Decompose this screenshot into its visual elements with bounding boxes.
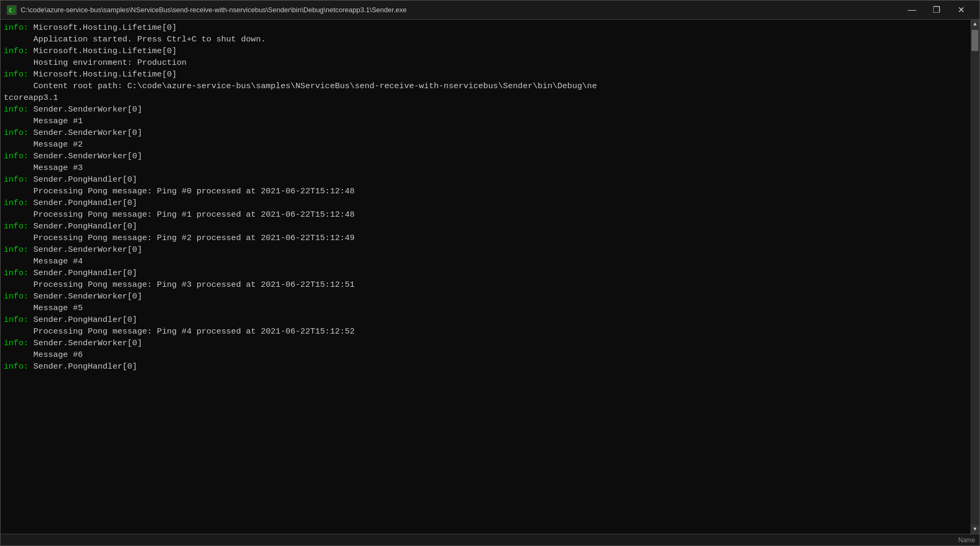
log-line: Processing Pong message: Ping #0 process… xyxy=(4,185,967,197)
title-bar: C C:\code\azure-service-bus\samples\NSer… xyxy=(1,1,979,20)
log-line: info: Sender.PongHandler[0] xyxy=(4,361,967,372)
log-line: Message #1 xyxy=(4,115,967,127)
log-line: info: Sender.SenderWorker[0] xyxy=(4,127,967,139)
log-line: info: Sender.SenderWorker[0] xyxy=(4,104,967,115)
log-line: Application started. Press Ctrl+C to shu… xyxy=(4,33,967,45)
svg-text:C: C xyxy=(9,8,12,13)
maximize-button[interactable]: ❐ xyxy=(924,1,949,20)
status-bar: Name xyxy=(1,534,979,545)
log-line: info: Microsoft.Hosting.Lifetime[0] xyxy=(4,45,967,57)
log-line: info: Microsoft.Hosting.Lifetime[0] xyxy=(4,22,967,33)
log-line: Processing Pong message: Ping #1 process… xyxy=(4,209,967,220)
console-output[interactable]: info: Microsoft.Hosting.Lifetime[0] Appl… xyxy=(1,20,970,534)
scrollbar[interactable]: ▲ ▼ xyxy=(970,20,979,534)
log-line: Message #4 xyxy=(4,255,967,267)
log-line: Hosting environment: Production xyxy=(4,57,967,69)
log-line: info: Sender.PongHandler[0] xyxy=(4,197,967,209)
log-line: Processing Pong message: Ping #3 process… xyxy=(4,279,967,291)
window-controls: — ❐ ✕ xyxy=(900,1,973,20)
log-line: Message #5 xyxy=(4,302,967,314)
close-button[interactable]: ✕ xyxy=(949,1,973,20)
console-window: C C:\code\azure-service-bus\samples\NSer… xyxy=(0,0,980,546)
log-line: tcoreapp3.1 xyxy=(4,92,967,104)
scrollbar-thumb[interactable] xyxy=(971,30,978,51)
log-line: info: Sender.SenderWorker[0] xyxy=(4,291,967,302)
minimize-button[interactable]: — xyxy=(900,1,924,20)
log-line: Message #3 xyxy=(4,162,967,174)
log-line: info: Sender.SenderWorker[0] xyxy=(4,337,967,349)
console-area: info: Microsoft.Hosting.Lifetime[0] Appl… xyxy=(1,20,979,534)
scroll-up-arrow[interactable]: ▲ xyxy=(970,20,979,29)
log-line: info: Sender.PongHandler[0] xyxy=(4,174,967,185)
log-line: info: Microsoft.Hosting.Lifetime[0] xyxy=(4,69,967,80)
log-line: Processing Pong message: Ping #2 process… xyxy=(4,232,967,244)
log-line: Message #6 xyxy=(4,349,967,361)
log-line: info: Sender.PongHandler[0] xyxy=(4,267,967,279)
log-line: Content root path: C:\code\azure-service… xyxy=(4,80,967,92)
log-line: info: Sender.SenderWorker[0] xyxy=(4,150,967,162)
log-line: Processing Pong message: Ping #4 process… xyxy=(4,326,967,337)
status-right: Name xyxy=(958,536,975,544)
scroll-down-arrow[interactable]: ▼ xyxy=(970,525,979,534)
app-icon: C xyxy=(7,5,16,15)
log-line: info: Sender.PongHandler[0] xyxy=(4,314,967,326)
log-line: info: Sender.SenderWorker[0] xyxy=(4,244,967,255)
window-title: C:\code\azure-service-bus\samples\NServi… xyxy=(21,6,900,14)
log-line: info: Sender.PongHandler[0] xyxy=(4,220,967,232)
log-line: Message #2 xyxy=(4,139,967,150)
